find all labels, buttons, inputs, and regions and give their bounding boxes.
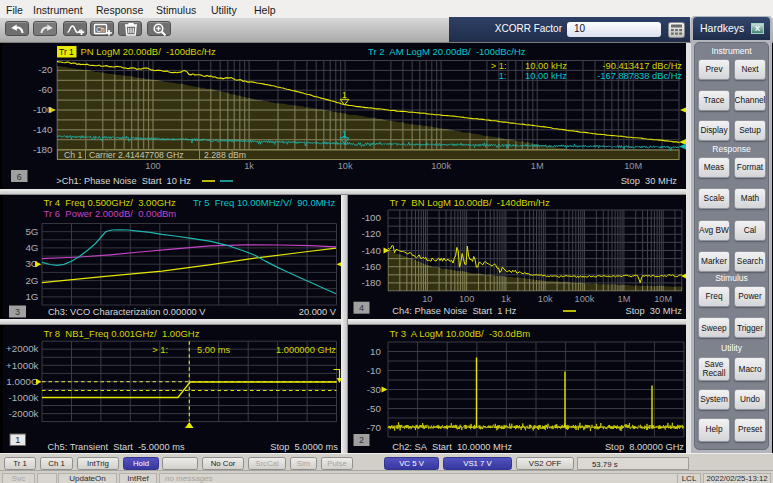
svg-text:-180: -180 xyxy=(33,144,53,155)
svg-text:100k: 100k xyxy=(575,294,595,304)
svg-text:Stop 30 MHz: Stop 30 MHz xyxy=(625,306,682,316)
svg-text:> 1:: > 1: xyxy=(491,61,507,71)
svg-text:5.00 ms: 5.00 ms xyxy=(197,345,230,355)
svg-text:1: 1 xyxy=(15,435,20,445)
svg-text:-30: -30 xyxy=(367,384,382,395)
svg-text:Tr 1: Tr 1 xyxy=(59,47,74,57)
svg-text:2: 2 xyxy=(359,435,364,445)
svg-text:-140: -140 xyxy=(33,124,53,135)
svg-text:-2000k: -2000k xyxy=(9,408,39,419)
svg-text:Carrier 2.41447708 GHz: Carrier 2.41447708 GHz xyxy=(89,150,184,160)
svg-text:3: 3 xyxy=(15,307,20,317)
svg-text:10: 10 xyxy=(422,294,432,304)
svg-text:Ch2: SA Start 10.0000 MHz: Ch2: SA Start 10.0000 MHz xyxy=(392,442,512,452)
svg-text:> 1:: > 1: xyxy=(152,345,168,355)
svg-text:1: 1 xyxy=(342,129,347,139)
svg-text:-70: -70 xyxy=(367,422,382,433)
svg-text:20.000 V: 20.000 V xyxy=(299,307,337,317)
svg-text:Tr 6 Power 2.000dB/ 0.00dBm: Tr 6 Power 2.000dB/ 0.00dBm xyxy=(44,208,177,219)
svg-text:-1000k: -1000k xyxy=(9,392,39,403)
svg-text:-50: -50 xyxy=(367,403,382,414)
svg-text:-120: -120 xyxy=(361,228,381,239)
svg-text:-100: -100 xyxy=(361,212,381,223)
svg-text:-140: -140 xyxy=(361,245,381,256)
svg-text:2G: 2G xyxy=(25,275,38,286)
svg-text:1k: 1k xyxy=(244,161,254,171)
svg-text:-20: -20 xyxy=(38,64,53,75)
svg-text:Ch5: Transient Start -5.0000: Ch5: Transient Start -5.0000 ms xyxy=(48,442,185,452)
svg-text:PN LogM 20.00dB/ -100dBc/Hz: PN LogM 20.00dB/ -100dBc/Hz xyxy=(81,46,216,57)
svg-text:4: 4 xyxy=(359,303,364,313)
svg-text:Tr 5 Freq 10.00MHz/V/ 90.0MH: Tr 5 Freq 10.00MHz/V/ 90.0MHz xyxy=(193,197,335,208)
svg-text:-10: -10 xyxy=(367,365,382,376)
svg-text:100: 100 xyxy=(459,294,474,304)
svg-text:Stop 30 MHz: Stop 30 MHz xyxy=(621,176,678,186)
svg-text:Stop 5.0000 ms: Stop 5.0000 ms xyxy=(270,442,338,452)
svg-text:1M: 1M xyxy=(618,294,631,304)
svg-text:1M: 1M xyxy=(531,161,544,171)
svg-text:Tr 2 AM LogM 20.00dB/ -100dB: Tr 2 AM LogM 20.00dB/ -100dBc/Hz xyxy=(368,46,526,57)
svg-text:10.00 kHz: 10.00 kHz xyxy=(525,61,567,71)
svg-text:-167.887838 dBc/Hz: -167.887838 dBc/Hz xyxy=(597,71,682,81)
svg-text:Tr 8 NB1_Freq 0.001GHz/ 1.00: Tr 8 NB1_Freq 0.001GHz/ 1.00GHz xyxy=(44,328,200,339)
svg-text:Stop 8.00000 GHz: Stop 8.00000 GHz xyxy=(605,442,684,452)
svg-text:Ch4: Phase Noise Start 1 Hz: Ch4: Phase Noise Start 1 Hz xyxy=(392,306,516,316)
svg-text:-90.413417 dBc/Hz: -90.413417 dBc/Hz xyxy=(602,61,682,71)
svg-text:2.288 dBm: 2.288 dBm xyxy=(204,150,246,160)
svg-text:Tr 7 BN LogM 10.00dB/ -140dB: Tr 7 BN LogM 10.00dB/ -140dBm/Hz xyxy=(390,197,550,208)
svg-text:>Ch1: Phase Noise Start 10 H: >Ch1: Phase Noise Start 10 Hz xyxy=(56,176,191,186)
svg-text:Tr 3 A LogM 10.00dB/ -30.0dB: Tr 3 A LogM 10.00dB/ -30.0dBm xyxy=(390,328,531,339)
svg-text:-60: -60 xyxy=(38,84,53,95)
svg-text:6: 6 xyxy=(17,172,22,182)
svg-text:10k: 10k xyxy=(538,294,553,304)
svg-text:1.000G: 1.000G xyxy=(6,376,38,387)
svg-text:-160: -160 xyxy=(361,261,381,272)
svg-text:-180: -180 xyxy=(361,277,381,288)
svg-text:1k: 1k xyxy=(501,294,511,304)
svg-text:10k: 10k xyxy=(338,161,353,171)
svg-text:1: 1 xyxy=(342,90,347,100)
svg-text:5G: 5G xyxy=(25,226,38,237)
svg-text:10M: 10M xyxy=(624,161,642,171)
svg-text:100: 100 xyxy=(145,161,160,171)
svg-text:1.000000 GHz: 1.000000 GHz xyxy=(276,345,336,355)
svg-text:+1000k: +1000k xyxy=(6,360,39,371)
svg-text:100k: 100k xyxy=(431,161,451,171)
svg-text:Tr 4 Freq 0.500GHz/ 3.00GHz: Tr 4 Freq 0.500GHz/ 3.00GHz xyxy=(44,197,176,208)
svg-text:10.00 kHz: 10.00 kHz xyxy=(525,71,567,81)
svg-text:-100: -100 xyxy=(33,104,53,115)
svg-text:+2000k: +2000k xyxy=(6,343,39,354)
svg-text:10M: 10M xyxy=(654,294,672,304)
svg-text:1:: 1: xyxy=(499,71,507,81)
svg-text:4G: 4G xyxy=(25,242,38,253)
svg-text:1G: 1G xyxy=(25,291,38,302)
svg-text:Ch 1: Ch 1 xyxy=(64,150,83,160)
svg-text:Ch3: VCO Characterization 0.00: Ch3: VCO Characterization 0.00000 V xyxy=(48,307,206,317)
svg-text:10: 10 xyxy=(370,346,381,357)
